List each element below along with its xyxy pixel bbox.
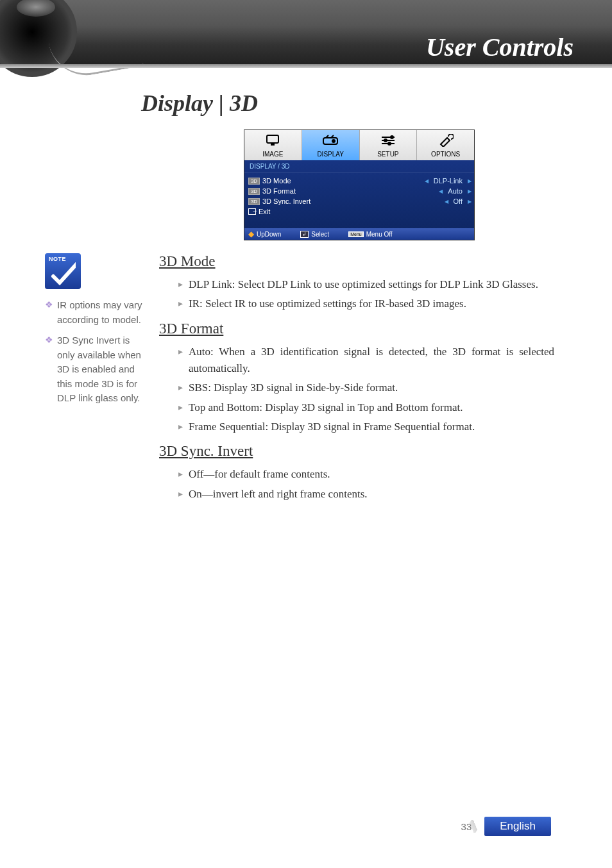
bullet-item: On—invert left and right frame contents. bbox=[178, 486, 554, 503]
bullet-item: SBS: Display 3D signal in Side-by-Side f… bbox=[178, 380, 554, 396]
osd-footer: ◆ UpDown ↲ Select Menu Menu Off bbox=[244, 228, 474, 240]
tool-icon bbox=[417, 134, 474, 149]
osd-tab-label: DISPLAY bbox=[317, 151, 344, 158]
section-heading-3d-format: 3D Format bbox=[159, 321, 554, 337]
header-band: User Controls bbox=[0, 0, 612, 64]
note-badge bbox=[45, 253, 81, 289]
bullet-item: Top and Bottom: Display 3D signal in Top… bbox=[178, 399, 554, 416]
osd-item-value[interactable]: Auto bbox=[440, 187, 470, 195]
bullet-item: Frame Sequential: Display 3D signal in F… bbox=[178, 419, 554, 435]
page-number: 33 bbox=[461, 821, 472, 832]
svg-rect-0 bbox=[267, 135, 278, 143]
main-column: 3D Mode DLP Link: Select DLP Link to use… bbox=[159, 253, 554, 503]
bullet-item: Auto: When a 3D identification signal is… bbox=[178, 344, 554, 378]
osd-tab-image[interactable]: IMAGE bbox=[244, 130, 302, 160]
osd-footer-select: ↲ Select bbox=[300, 230, 329, 238]
bullet-list: Off—for default frame contents. On—inver… bbox=[178, 466, 554, 503]
osd-row-exit[interactable]: Exit bbox=[248, 206, 470, 217]
note-text: 3D Sync Invert is only available when 3D… bbox=[57, 333, 148, 406]
osd-row-3d-format[interactable]: 3D 3D Format Auto bbox=[248, 186, 470, 196]
note-item: ❖ 3D Sync Invert is only available when … bbox=[45, 333, 148, 406]
osd-footer-updown: ◆ UpDown bbox=[248, 230, 281, 238]
checkmark-icon bbox=[50, 262, 76, 288]
svg-rect-1 bbox=[271, 144, 275, 146]
language-badge: English bbox=[484, 817, 551, 836]
osd-tab-label: IMAGE bbox=[262, 151, 283, 158]
osd-exit-label: Exit bbox=[259, 208, 470, 215]
osd-footer-menuoff: Menu Menu Off bbox=[348, 230, 392, 238]
svg-point-7 bbox=[390, 135, 394, 139]
svg-point-8 bbox=[384, 138, 387, 142]
osd-item-label: 3D Sync. Invert bbox=[262, 197, 446, 205]
osd-item-value[interactable]: DLP-Link bbox=[426, 177, 470, 185]
osd-item-label: 3D Format bbox=[262, 187, 440, 195]
page-title: Display | 3D bbox=[141, 90, 612, 117]
bullet-item: Off—for default frame contents. bbox=[178, 466, 554, 483]
osd-tab-display[interactable]: DISPLAY bbox=[302, 130, 360, 160]
osd-badge: 3D bbox=[248, 188, 260, 195]
monitor-icon bbox=[244, 134, 302, 149]
header-title: User Controls bbox=[426, 32, 574, 62]
osd-tab-label: SETUP bbox=[377, 151, 398, 158]
svg-point-9 bbox=[387, 142, 391, 146]
section-heading-3d-sync-invert: 3D Sync. Invert bbox=[159, 443, 554, 460]
diamond-icon: ❖ bbox=[45, 333, 53, 406]
osd-tab-setup[interactable]: SETUP bbox=[360, 130, 418, 160]
page-footer: 33 English bbox=[461, 817, 551, 836]
note-item: ❖ IR options may vary according to model… bbox=[45, 298, 148, 327]
content-wrap: ❖ IR options may vary according to model… bbox=[0, 253, 612, 503]
osd-row-3d-sync-invert[interactable]: 3D 3D Sync. Invert Off bbox=[248, 196, 470, 206]
osd-footer-label: Menu Off bbox=[366, 231, 393, 238]
osd-body: 3D 3D Mode DLP-Link 3D 3D Format Auto 3D… bbox=[244, 173, 474, 228]
header-edge bbox=[0, 64, 612, 68]
enter-icon: ↲ bbox=[300, 231, 309, 238]
osd-item-value[interactable]: Off bbox=[446, 197, 470, 205]
bullet-list: DLP Link: Select DLP Link to use optimiz… bbox=[178, 276, 554, 313]
sliders-icon bbox=[360, 134, 417, 149]
bullet-item: IR: Select IR to use optimized settings … bbox=[178, 296, 554, 312]
osd-badge: 3D bbox=[248, 178, 260, 185]
osd-item-label: 3D Mode bbox=[262, 177, 426, 185]
osd-footer-label: UpDown bbox=[257, 231, 281, 238]
exit-icon bbox=[248, 208, 256, 215]
updown-icon: ◆ bbox=[248, 230, 254, 238]
note-column: ❖ IR options may vary according to model… bbox=[45, 253, 148, 412]
osd-tab-options[interactable]: OPTIONS bbox=[417, 130, 474, 160]
osd-badge: 3D bbox=[248, 198, 260, 205]
section-heading-3d-mode: 3D Mode bbox=[159, 253, 554, 270]
projector-icon bbox=[302, 134, 359, 149]
osd-tabs: IMAGE DISPLAY bbox=[244, 130, 474, 160]
osd-tab-label: OPTIONS bbox=[431, 151, 460, 158]
note-text: IR options may vary according to model. bbox=[57, 298, 148, 327]
osd-breadcrumb: DISPLAY / 3D bbox=[244, 160, 474, 173]
bullet-item: DLP Link: Select DLP Link to use optimiz… bbox=[178, 276, 554, 293]
osd-row-3d-mode[interactable]: 3D 3D Mode DLP-Link bbox=[248, 176, 470, 186]
osd-footer-label: Select bbox=[311, 231, 329, 238]
svg-point-3 bbox=[332, 139, 336, 143]
osd-menu: IMAGE DISPLAY bbox=[244, 129, 475, 240]
menu-key-icon: Menu bbox=[348, 231, 364, 237]
bullet-list: Auto: When a 3D identification signal is… bbox=[178, 344, 554, 436]
diamond-icon: ❖ bbox=[45, 298, 53, 327]
